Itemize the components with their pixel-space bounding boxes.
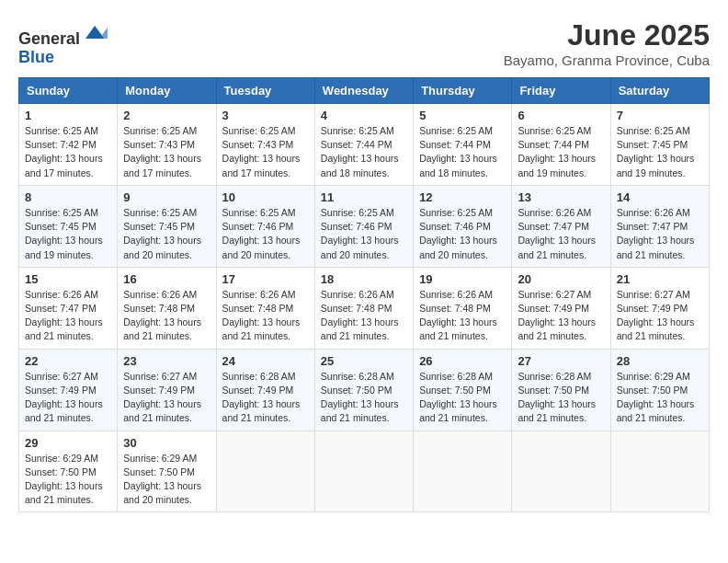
- day-number: 22: [25, 354, 111, 368]
- calendar-week-row: 8Sunrise: 6:25 AMSunset: 7:45 PMDaylight…: [19, 185, 710, 267]
- cell-info: Sunrise: 6:25 AMSunset: 7:46 PMDaylight:…: [222, 206, 309, 262]
- day-number: 6: [518, 109, 604, 122]
- day-number: 9: [123, 190, 210, 204]
- calendar-cell: 26Sunrise: 6:28 AMSunset: 7:50 PMDayligh…: [414, 349, 512, 431]
- cell-info: Sunrise: 6:29 AMSunset: 7:50 PMDaylight:…: [25, 452, 111, 508]
- calendar-cell: 8Sunrise: 6:25 AMSunset: 7:45 PMDaylight…: [19, 185, 118, 267]
- svg-marker-1: [95, 26, 108, 39]
- calendar-cell: 21Sunrise: 6:27 AMSunset: 7:49 PMDayligh…: [610, 267, 709, 349]
- cell-info: Sunrise: 6:26 AMSunset: 7:47 PMDaylight:…: [25, 288, 111, 344]
- day-number: 26: [419, 354, 506, 368]
- cell-info: Sunrise: 6:25 AMSunset: 7:43 PMDaylight:…: [123, 124, 210, 180]
- title-block: June 2025 Bayamo, Granma Province, Cuba: [504, 18, 710, 68]
- calendar-week-row: 15Sunrise: 6:26 AMSunset: 7:47 PMDayligh…: [19, 267, 710, 349]
- calendar-cell: 20Sunrise: 6:27 AMSunset: 7:49 PMDayligh…: [512, 267, 610, 349]
- day-number: 10: [222, 190, 309, 204]
- day-number: 17: [222, 272, 309, 286]
- weekday-header: Wednesday: [314, 78, 413, 104]
- calendar-cell: 15Sunrise: 6:26 AMSunset: 7:47 PMDayligh…: [19, 267, 118, 349]
- logo: General Blue: [18, 18, 108, 67]
- calendar-cell: 6Sunrise: 6:25 AMSunset: 7:44 PMDaylight…: [512, 104, 610, 186]
- calendar-header-row: SundayMondayTuesdayWednesdayThursdayFrid…: [19, 78, 710, 104]
- calendar-cell: 7Sunrise: 6:25 AMSunset: 7:45 PMDaylight…: [610, 104, 709, 186]
- logo-blue: Blue: [18, 48, 54, 66]
- cell-info: Sunrise: 6:26 AMSunset: 7:48 PMDaylight:…: [222, 288, 309, 344]
- calendar-cell: [314, 431, 413, 512]
- day-number: 20: [518, 272, 604, 286]
- weekday-header: Monday: [118, 78, 216, 104]
- cell-info: Sunrise: 6:25 AMSunset: 7:44 PMDaylight:…: [419, 124, 506, 180]
- calendar-cell: 3Sunrise: 6:25 AMSunset: 7:43 PMDaylight…: [216, 104, 314, 186]
- calendar-cell: [414, 431, 512, 512]
- day-number: 3: [222, 109, 309, 122]
- day-number: 15: [25, 272, 111, 286]
- cell-info: Sunrise: 6:29 AMSunset: 7:50 PMDaylight:…: [617, 370, 703, 426]
- day-number: 7: [617, 109, 703, 122]
- calendar-cell: 11Sunrise: 6:25 AMSunset: 7:46 PMDayligh…: [314, 185, 413, 267]
- cell-info: Sunrise: 6:28 AMSunset: 7:50 PMDaylight:…: [518, 370, 604, 426]
- calendar-cell: 29Sunrise: 6:29 AMSunset: 7:50 PMDayligh…: [19, 431, 118, 512]
- weekday-header: Tuesday: [216, 78, 314, 104]
- day-number: 1: [25, 109, 111, 122]
- cell-info: Sunrise: 6:25 AMSunset: 7:44 PMDaylight:…: [321, 124, 407, 180]
- cell-info: Sunrise: 6:26 AMSunset: 7:47 PMDaylight:…: [617, 206, 703, 262]
- day-number: 29: [25, 436, 111, 450]
- calendar-cell: 25Sunrise: 6:28 AMSunset: 7:50 PMDayligh…: [314, 349, 413, 431]
- calendar-cell: 12Sunrise: 6:25 AMSunset: 7:46 PMDayligh…: [414, 185, 512, 267]
- cell-info: Sunrise: 6:25 AMSunset: 7:45 PMDaylight:…: [617, 124, 703, 180]
- logo-general: General: [18, 29, 80, 48]
- cell-info: Sunrise: 6:25 AMSunset: 7:45 PMDaylight:…: [123, 206, 210, 262]
- cell-info: Sunrise: 6:28 AMSunset: 7:49 PMDaylight:…: [222, 370, 309, 426]
- calendar-cell: 17Sunrise: 6:26 AMSunset: 7:48 PMDayligh…: [216, 267, 314, 349]
- cell-info: Sunrise: 6:29 AMSunset: 7:50 PMDaylight:…: [123, 452, 210, 508]
- calendar-week-row: 1Sunrise: 6:25 AMSunset: 7:42 PMDaylight…: [19, 104, 710, 186]
- day-number: 5: [419, 109, 506, 122]
- cell-info: Sunrise: 6:27 AMSunset: 7:49 PMDaylight:…: [123, 370, 210, 426]
- weekday-header: Thursday: [414, 78, 512, 104]
- calendar-week-row: 22Sunrise: 6:27 AMSunset: 7:49 PMDayligh…: [19, 349, 710, 431]
- calendar-week-row: 29Sunrise: 6:29 AMSunset: 7:50 PMDayligh…: [19, 431, 710, 512]
- calendar-cell: 19Sunrise: 6:26 AMSunset: 7:48 PMDayligh…: [414, 267, 512, 349]
- day-number: 21: [617, 272, 703, 286]
- cell-info: Sunrise: 6:25 AMSunset: 7:42 PMDaylight:…: [25, 124, 111, 180]
- calendar-cell: 16Sunrise: 6:26 AMSunset: 7:48 PMDayligh…: [118, 267, 216, 349]
- weekday-header: Sunday: [19, 78, 118, 104]
- calendar-table: SundayMondayTuesdayWednesdayThursdayFrid…: [18, 77, 710, 512]
- day-number: 2: [123, 109, 210, 122]
- calendar-cell: 24Sunrise: 6:28 AMSunset: 7:49 PMDayligh…: [216, 349, 314, 431]
- day-number: 23: [123, 354, 210, 368]
- weekday-header: Saturday: [610, 78, 709, 104]
- cell-info: Sunrise: 6:26 AMSunset: 7:47 PMDaylight:…: [518, 206, 604, 262]
- calendar-cell: 28Sunrise: 6:29 AMSunset: 7:50 PMDayligh…: [610, 349, 709, 431]
- day-number: 13: [518, 190, 604, 204]
- cell-info: Sunrise: 6:28 AMSunset: 7:50 PMDaylight:…: [419, 370, 506, 426]
- calendar-cell: [512, 431, 610, 512]
- cell-info: Sunrise: 6:25 AMSunset: 7:46 PMDaylight:…: [321, 206, 407, 262]
- day-number: 16: [123, 272, 210, 286]
- day-number: 14: [617, 190, 703, 204]
- calendar-cell: 30Sunrise: 6:29 AMSunset: 7:50 PMDayligh…: [118, 431, 216, 512]
- cell-info: Sunrise: 6:25 AMSunset: 7:45 PMDaylight:…: [25, 206, 111, 262]
- calendar-cell: 9Sunrise: 6:25 AMSunset: 7:45 PMDaylight…: [118, 185, 216, 267]
- cell-info: Sunrise: 6:27 AMSunset: 7:49 PMDaylight:…: [518, 288, 604, 344]
- day-number: 18: [321, 272, 407, 286]
- day-number: 30: [123, 436, 210, 450]
- calendar-cell: 4Sunrise: 6:25 AMSunset: 7:44 PMDaylight…: [314, 104, 413, 186]
- calendar-cell: 13Sunrise: 6:26 AMSunset: 7:47 PMDayligh…: [512, 185, 610, 267]
- month-title: June 2025: [504, 18, 710, 52]
- calendar-cell: 23Sunrise: 6:27 AMSunset: 7:49 PMDayligh…: [118, 349, 216, 431]
- cell-info: Sunrise: 6:27 AMSunset: 7:49 PMDaylight:…: [617, 288, 703, 344]
- cell-info: Sunrise: 6:26 AMSunset: 7:48 PMDaylight:…: [321, 288, 407, 344]
- calendar-cell: 27Sunrise: 6:28 AMSunset: 7:50 PMDayligh…: [512, 349, 610, 431]
- calendar-cell: 14Sunrise: 6:26 AMSunset: 7:47 PMDayligh…: [610, 185, 709, 267]
- cell-info: Sunrise: 6:26 AMSunset: 7:48 PMDaylight:…: [123, 288, 210, 344]
- calendar-cell: 22Sunrise: 6:27 AMSunset: 7:49 PMDayligh…: [19, 349, 118, 431]
- calendar-cell: [610, 431, 709, 512]
- calendar-cell: 10Sunrise: 6:25 AMSunset: 7:46 PMDayligh…: [216, 185, 314, 267]
- location-title: Bayamo, Granma Province, Cuba: [504, 52, 710, 68]
- cell-info: Sunrise: 6:28 AMSunset: 7:50 PMDaylight:…: [321, 370, 407, 426]
- calendar-cell: 18Sunrise: 6:26 AMSunset: 7:48 PMDayligh…: [314, 267, 413, 349]
- logo-icon: [82, 18, 108, 44]
- calendar-cell: 1Sunrise: 6:25 AMSunset: 7:42 PMDaylight…: [19, 104, 118, 186]
- cell-info: Sunrise: 6:26 AMSunset: 7:48 PMDaylight:…: [419, 288, 506, 344]
